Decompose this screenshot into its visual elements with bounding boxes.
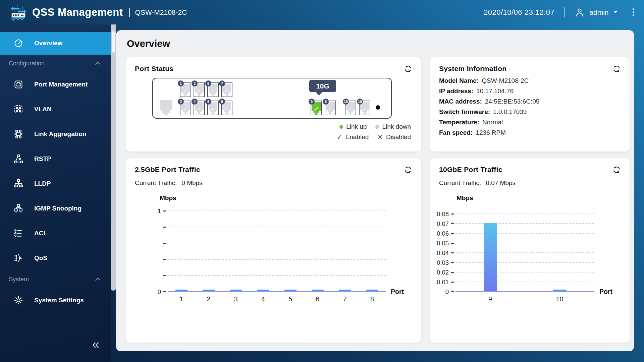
user-icon[interactable] bbox=[575, 7, 585, 17]
port-number-badge: 6 bbox=[205, 99, 211, 105]
sidebar-item-port-management[interactable]: Port Management bbox=[0, 72, 111, 97]
gridline bbox=[455, 262, 594, 263]
y-tick-label: 0.01 bbox=[437, 279, 449, 286]
port-10[interactable]: 10✓ bbox=[359, 101, 370, 115]
refresh-button[interactable] bbox=[404, 166, 412, 174]
port-3[interactable]: 3✓ bbox=[194, 82, 205, 97]
acl-icon bbox=[13, 228, 23, 238]
legend-disabled: Disabled bbox=[386, 133, 411, 141]
bar-port-6 bbox=[312, 290, 324, 291]
status-led-dot bbox=[376, 105, 380, 110]
system-settings-icon bbox=[13, 295, 23, 305]
port-number-badge: 10 bbox=[357, 99, 363, 105]
x-tick-label: 8 bbox=[370, 295, 374, 303]
username[interactable]: admin bbox=[589, 8, 608, 16]
port-5[interactable]: 5✓ bbox=[207, 82, 219, 97]
port-9[interactable]: 9✓ bbox=[325, 101, 336, 115]
bar-chart-plot: Port 0.080.070.060.050.040.030.020.01091… bbox=[455, 214, 594, 292]
vlan-icon bbox=[13, 104, 23, 114]
link-up-dot-icon bbox=[339, 125, 343, 129]
sidebar-item-lldp[interactable]: LLDP bbox=[0, 171, 111, 196]
port-10[interactable]: 10✓ bbox=[345, 101, 356, 115]
bar-port-3 bbox=[230, 290, 242, 291]
x-tick-label: 1 bbox=[179, 295, 183, 303]
x-tick-label: 5 bbox=[288, 295, 292, 303]
sidebar-section-system[interactable]: System bbox=[0, 270, 111, 288]
sidebar-scrollbar[interactable] bbox=[111, 24, 116, 291]
port-6[interactable]: 6✓ bbox=[207, 101, 219, 115]
chevron-up-icon bbox=[95, 278, 101, 281]
chevron-up-icon bbox=[95, 62, 101, 65]
y-tick-label: 0.07 bbox=[437, 221, 449, 227]
sidebar-item-rstp[interactable]: RSTP bbox=[0, 146, 111, 171]
legend-link-down: Link down bbox=[382, 123, 411, 130]
current-traffic-label: Current Traffic: bbox=[135, 179, 177, 187]
switch-diagram: 10G 1✓3✓5✓7✓2✓4✓6✓8✓9✓9✓10✓10✓ bbox=[152, 78, 392, 119]
gridline bbox=[168, 227, 386, 227]
enabled-check-icon: ✓ bbox=[328, 106, 333, 112]
port-7[interactable]: 7✓ bbox=[221, 82, 232, 97]
gridline bbox=[455, 243, 594, 243]
current-traffic-label: Current Traffic: bbox=[439, 179, 481, 187]
collapse-sidebar-icon[interactable]: « bbox=[92, 338, 99, 351]
x-axis-baseline bbox=[455, 291, 594, 292]
gridline bbox=[168, 210, 386, 211]
y-axis-unit: Mbps bbox=[160, 194, 176, 202]
brand: QSS Management QSW-M2108-2C bbox=[9, 3, 187, 22]
port-4[interactable]: 4✓ bbox=[194, 101, 205, 115]
port-9[interactable]: 9✓ bbox=[311, 101, 322, 115]
x-tick-label: 9 bbox=[488, 295, 492, 303]
igmp-snooping-icon bbox=[13, 203, 23, 214]
info-row-firmware: Switch firmware:1.0.0.17039 bbox=[439, 108, 621, 119]
port-number-badge: 5 bbox=[205, 80, 211, 86]
cross-icon: ✕ bbox=[377, 133, 383, 141]
refresh-button[interactable] bbox=[404, 65, 412, 73]
sidebar-item-system-settings[interactable]: System Settings bbox=[0, 288, 111, 313]
current-traffic-value: 0 Mbps bbox=[181, 179, 202, 187]
sidebar-item-qos[interactable]: QoS bbox=[0, 246, 111, 270]
sidebar-item-acl[interactable]: ACL bbox=[0, 221, 111, 246]
rstp-icon bbox=[13, 154, 23, 164]
gridline bbox=[455, 223, 594, 224]
gridline bbox=[455, 214, 594, 214]
y-tick-label: 1 bbox=[158, 208, 161, 215]
gridline bbox=[168, 243, 386, 243]
app-title: QSS Management bbox=[32, 6, 123, 18]
sidebar-item-link-aggregation[interactable]: Link Aggregation bbox=[0, 122, 111, 146]
system-info-rows: Model Name:QSW-M2108-2C IP address:10.17… bbox=[439, 77, 621, 139]
current-traffic-value: 0.07 Mbps bbox=[486, 179, 516, 187]
y-tick-label: 0.06 bbox=[437, 231, 449, 237]
card-title: 2.5GbE Port Traffic bbox=[135, 166, 200, 174]
card-system-information: System Information Model Name:QSW-M2108-… bbox=[430, 57, 630, 152]
sidebar-scrollbar-thumb[interactable] bbox=[112, 31, 115, 53]
refresh-button[interactable] bbox=[612, 166, 621, 174]
y-tick-label: 0 bbox=[158, 289, 161, 295]
bar-port-4 bbox=[257, 290, 269, 291]
sidebar-item-vlan[interactable]: VLAN bbox=[0, 97, 111, 122]
header-divider bbox=[564, 7, 565, 17]
port-2[interactable]: 2✓ bbox=[180, 101, 191, 115]
port-1[interactable]: 1✓ bbox=[180, 82, 191, 97]
port-8[interactable]: 8✓ bbox=[221, 101, 232, 115]
sidebar-item-igmp-snooping[interactable]: IGMP Snooping bbox=[0, 196, 111, 221]
info-row-fan-speed: Fan speed:1236 RPM bbox=[439, 129, 621, 139]
link-down-dot-icon bbox=[375, 125, 379, 129]
device-model: QSW-M2108-2C bbox=[135, 8, 187, 16]
card-title: 10GbE Port Traffic bbox=[439, 166, 502, 174]
bar-chart-plot: Port 1012345678 bbox=[168, 211, 386, 292]
more-options-icon[interactable] bbox=[631, 7, 636, 17]
card-2-5gbe-traffic: 2.5GbE Port Traffic Current Traffic: 0 M… bbox=[126, 158, 421, 343]
header-right: 2020/10/06 23:12:07 admin bbox=[484, 7, 635, 17]
sidebar-item-overview[interactable]: Overview bbox=[0, 32, 111, 55]
port-number-badge: 2 bbox=[178, 99, 184, 105]
port-number-badge: 9 bbox=[323, 99, 329, 105]
port-status-legend: Link up Link down ✓ Enabled ✕ Disabled bbox=[135, 123, 412, 141]
enabled-check-icon: ✓ bbox=[197, 106, 202, 112]
refresh-button[interactable] bbox=[612, 65, 621, 73]
sidebar-section-configuration[interactable]: Configuration bbox=[0, 55, 111, 72]
sidebar-item-firmware-update[interactable]: Firmware Update bbox=[0, 313, 111, 319]
chevron-down-icon[interactable] bbox=[613, 11, 618, 14]
x-tick-label: 10 bbox=[556, 295, 564, 303]
app-logo-icon bbox=[9, 3, 28, 22]
info-row-temperature: Temperature:Normal bbox=[439, 119, 621, 129]
